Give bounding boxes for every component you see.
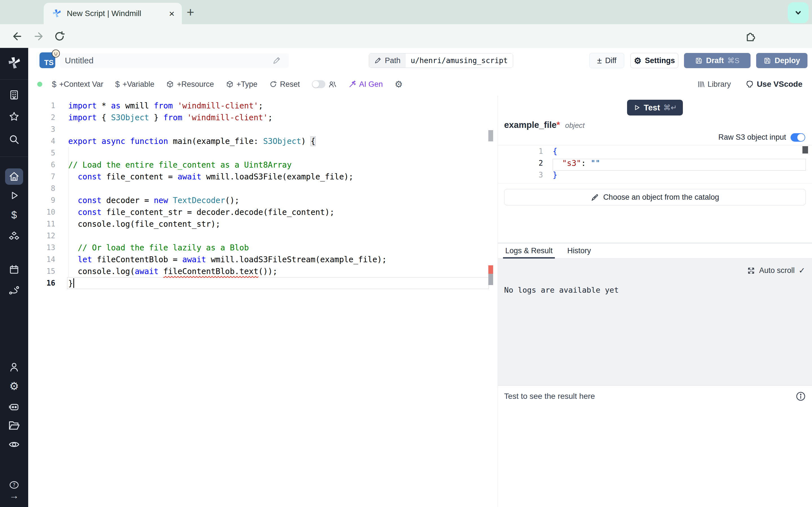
new-tab-button[interactable]: +: [187, 4, 194, 20]
raw-s3-toggle[interactable]: [791, 133, 805, 142]
sidebar-windmill-logo-icon[interactable]: [0, 56, 28, 70]
sidebar-item-folders[interactable]: [0, 419, 28, 432]
sidebar-item-workers[interactable]: [0, 400, 28, 413]
code-line[interactable]: 16}: [28, 277, 498, 289]
error-marker: [488, 265, 493, 274]
code-line[interactable]: 15 console.log(await fileContentBlob.tex…: [28, 265, 498, 277]
code-line[interactable]: 12: [28, 230, 498, 242]
code-line[interactable]: 3}: [498, 169, 812, 181]
sidebar-item-schedules[interactable]: [0, 264, 28, 276]
reload-button[interactable]: [54, 31, 65, 42]
browser-tab-bar: New Script | Windmill × +: [0, 0, 812, 24]
scrollbar-thumb[interactable]: [488, 274, 493, 285]
code-line[interactable]: 3: [28, 123, 498, 135]
info-icon[interactable]: [796, 391, 806, 401]
home-icon: [8, 171, 20, 182]
line-number: 9: [28, 196, 68, 205]
reset-button[interactable]: Reset: [269, 80, 300, 89]
script-title: Untitled: [65, 56, 94, 65]
plus-minus-icon: ±: [597, 56, 602, 65]
play-icon: [633, 104, 640, 111]
add-resource-button[interactable]: +Resource: [166, 80, 214, 89]
eye-icon: [8, 438, 20, 451]
sidebar-item-settings[interactable]: ⚙: [0, 381, 28, 392]
extensions-icon[interactable]: [744, 30, 756, 42]
sidebar-item-runs[interactable]: [0, 190, 28, 201]
test-button[interactable]: Test ⌘↵: [627, 100, 683, 115]
deploy-button[interactable]: Deploy: [756, 53, 808, 68]
path-chip[interactable]: Path u/henri/amusing_script: [369, 53, 513, 68]
json-input-editor[interactable]: 1{2 "s3": ""3}: [498, 145, 812, 183]
save-icon: [763, 57, 771, 64]
sidebar-item-user[interactable]: [0, 361, 28, 373]
tab-close-icon[interactable]: ×: [169, 8, 174, 19]
magic-wand-icon: [349, 80, 356, 88]
sidebar-item-resources[interactable]: [0, 230, 28, 243]
code-line[interactable]: 5: [28, 147, 498, 159]
test-shortcut: ⌘↵: [663, 103, 677, 112]
sidebar-item-favorites[interactable]: [0, 111, 28, 123]
sidebar-item-home[interactable]: [5, 168, 23, 185]
choose-object-button[interactable]: Choose an object from the catalog: [504, 189, 806, 205]
code-line[interactable]: 14 let fileContentBlob = await wmill.loa…: [28, 253, 498, 265]
tab-search-button[interactable]: [788, 2, 809, 23]
result-tabs: Logs & Result History: [498, 243, 812, 259]
line-number: 5: [28, 149, 68, 157]
json-scrollbar-thumb[interactable]: [802, 146, 808, 154]
code-line[interactable]: 9 const decoder = new TextDecoder();: [28, 194, 498, 206]
code-line[interactable]: 8: [28, 182, 498, 194]
code-editor[interactable]: 1import * as wmill from 'windmill-client…: [28, 96, 498, 507]
tab-title: New Script | Windmill: [67, 9, 169, 18]
code-line[interactable]: 13 // Or load the file lazily as a Blob: [28, 242, 498, 253]
sidebar-item-help[interactable]: ?: [0, 480, 28, 491]
code-line[interactable]: 10 const file_content_str = decoder.deco…: [28, 206, 498, 218]
eyedropper-icon: [591, 193, 599, 201]
save-icon: [695, 57, 703, 64]
add-type-button[interactable]: +Type: [226, 80, 257, 89]
scrollbar-thumb[interactable]: [488, 130, 493, 142]
sidebar-item-workspace[interactable]: [0, 89, 28, 101]
forward-button[interactable]: [33, 31, 45, 42]
ai-gen-button[interactable]: AI Gen: [349, 80, 383, 89]
path-value[interactable]: u/henri/amusing_script: [411, 56, 508, 65]
auto-scroll-toggle[interactable]: Auto scroll ✓: [747, 266, 805, 275]
draft-button[interactable]: Draft ⌘S: [684, 53, 751, 68]
arg-name: example_file*: [504, 120, 560, 130]
add-context-var-button[interactable]: $ +Context Var: [52, 80, 103, 89]
path-label: Path: [385, 56, 401, 65]
editor-scrollbar[interactable]: [488, 96, 493, 507]
code-line[interactable]: 11 console.log(file_content_str);: [28, 218, 498, 230]
active-tab[interactable]: New Script | Windmill ×: [44, 3, 182, 24]
use-vscode-button[interactable]: Use VScode: [746, 80, 802, 89]
code-line[interactable]: 7 const file_content = await wmill.loadS…: [28, 171, 498, 182]
diff-button[interactable]: ± Diff: [589, 53, 624, 68]
script-title-input[interactable]: Untitled: [60, 53, 289, 68]
raw-s3-label: Raw S3 object input: [718, 133, 786, 142]
code-lines: 1import * as wmill from 'windmill-client…: [28, 100, 498, 289]
library-button[interactable]: Library: [697, 80, 731, 89]
code-line[interactable]: 4export async function main(example_file…: [28, 135, 498, 147]
tab-logs-result[interactable]: Logs & Result: [504, 243, 554, 259]
code-line[interactable]: 1{: [498, 145, 812, 157]
multiplayer-toggle[interactable]: [312, 80, 337, 89]
sidebar-expand-arrow-icon[interactable]: →: [0, 491, 28, 500]
line-number: 4: [28, 137, 68, 145]
editor-settings-gear-icon[interactable]: ⚙: [395, 79, 403, 90]
sidebar-item-flows[interactable]: [0, 284, 28, 297]
vscode-github-icon: [746, 80, 754, 89]
sidebar-item-audit[interactable]: [0, 438, 28, 451]
sidebar-item-variables[interactable]: $: [0, 210, 28, 220]
add-variable-button[interactable]: $ +Variable: [115, 80, 154, 89]
sidebar-item-search[interactable]: [0, 133, 28, 145]
code-line[interactable]: 6// Load the entire file_content as a Ui…: [28, 159, 498, 171]
dollar-icon: $: [52, 80, 56, 89]
code-line[interactable]: 2import { S3Object } from 'windmill-clie…: [28, 112, 498, 123]
edit-pencil-icon[interactable]: [272, 56, 281, 65]
tab-history[interactable]: History: [566, 243, 592, 259]
folder-icon: [8, 419, 20, 432]
code-line[interactable]: 1import * as wmill from 'windmill-client…: [28, 100, 498, 112]
toggle-off[interactable]: [312, 80, 325, 88]
back-button[interactable]: [11, 31, 23, 42]
line-number: 11: [28, 220, 68, 228]
settings-button[interactable]: ⚙ Settings: [630, 53, 678, 68]
